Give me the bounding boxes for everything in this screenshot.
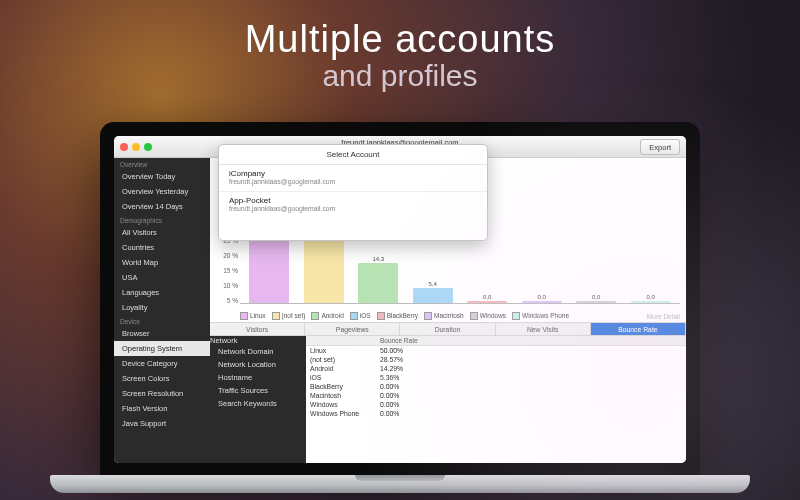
sidebar-item[interactable]: Browser — [114, 326, 210, 341]
sidebar-item[interactable]: Search Keywords — [210, 397, 306, 410]
sidebar-item[interactable]: Overview 14 Days — [114, 199, 210, 214]
sidebar-item[interactable]: All Visitors — [114, 225, 210, 240]
bar: 0,0 — [626, 162, 677, 303]
tabs: VisitorsPageviewsDurationNew VisitsBounc… — [210, 322, 686, 336]
sidebar-item[interactable]: Flash Version — [114, 401, 210, 416]
sidebar-section: Overview — [114, 158, 210, 169]
account-item[interactable]: App-Pocketfreundt.jannklaas@googlemail.c… — [219, 192, 487, 240]
sidebar-item[interactable]: Device Category — [114, 356, 210, 371]
legend-item: iOS — [350, 312, 371, 320]
export-button[interactable]: Export — [640, 139, 680, 155]
legend-item: Windows — [470, 312, 506, 320]
bar: 0,0 — [517, 162, 568, 303]
y-tick: 10 % — [212, 282, 238, 289]
tab[interactable]: New Visits — [496, 323, 591, 335]
y-tick: 20 % — [212, 252, 238, 259]
legend-item: Linux — [240, 312, 266, 320]
legend-item: Android — [311, 312, 343, 320]
more-detail-button[interactable]: More Detail — [647, 313, 680, 320]
tab[interactable]: Bounce Rate — [591, 323, 686, 335]
sidebar-item[interactable]: World Map — [114, 255, 210, 270]
sidebar-item[interactable]: Overview Yesterday — [114, 184, 210, 199]
y-tick: 15 % — [212, 267, 238, 274]
account-popover: Select Account iCompanyfreundt.jannklaas… — [218, 144, 488, 241]
tab[interactable]: Pageviews — [305, 323, 400, 335]
sidebar-item[interactable]: Java Support — [114, 416, 210, 431]
y-tick: 5 % — [212, 297, 238, 304]
sidebar-item[interactable]: Screen Colors — [114, 371, 210, 386]
sidebar: OverviewOverview TodayOverview Yesterday… — [114, 158, 210, 463]
data-table: Bounce Rate Linux50.00%(not set)28.57%An… — [306, 336, 686, 463]
table-row[interactable]: Windows0.00% — [306, 400, 686, 409]
legend-item: BlackBerry — [377, 312, 418, 320]
sidebar-item[interactable]: Loyality — [114, 300, 210, 315]
bar: 0,0 — [571, 162, 622, 303]
table-row[interactable]: iOS5.36% — [306, 373, 686, 382]
hero-subtitle: and profiles — [0, 59, 800, 93]
sidebar-network: NetworkNetwork DomainNetwork LocationHos… — [210, 336, 306, 463]
tab[interactable]: Duration — [400, 323, 495, 335]
tab[interactable]: Visitors — [210, 323, 305, 335]
sidebar-item[interactable]: Overview Today — [114, 169, 210, 184]
sidebar-item[interactable]: Traffic Sources — [210, 384, 306, 397]
sidebar-section: Network — [210, 336, 306, 345]
sidebar-item[interactable]: USA — [114, 270, 210, 285]
popover-title: Select Account — [219, 145, 487, 165]
sidebar-item[interactable]: Operating System — [114, 341, 210, 356]
legend-item: Macintosh — [424, 312, 464, 320]
laptop-base — [50, 475, 750, 493]
table-row[interactable]: Windows Phone0.00% — [306, 409, 686, 418]
legend-item: Windows Phone — [512, 312, 569, 320]
sidebar-item[interactable]: Screen Resolution — [114, 386, 210, 401]
table-row[interactable]: Linux50.00% — [306, 346, 686, 355]
hero-title: Multiple accounts — [0, 18, 800, 61]
app-window: freundt.jannklaas@googlemail.com App-Poc… — [114, 136, 686, 463]
table-row[interactable]: (not set)28.57% — [306, 355, 686, 364]
table-row[interactable]: Android14.29% — [306, 364, 686, 373]
sidebar-item[interactable]: Countries — [114, 240, 210, 255]
table-row[interactable]: Macintosh0.00% — [306, 391, 686, 400]
col-header — [306, 336, 376, 345]
sidebar-section: Device — [114, 315, 210, 326]
sidebar-section: Demographics — [114, 214, 210, 225]
legend-item: (not set) — [272, 312, 306, 320]
sidebar-item[interactable]: Network Domain — [210, 345, 306, 358]
account-item[interactable]: iCompanyfreundt.jannklaas@googlemail.com — [219, 165, 487, 192]
table-row[interactable]: BlackBerry0.00% — [306, 382, 686, 391]
sidebar-item[interactable]: Hostname — [210, 371, 306, 384]
col-header: Bounce Rate — [376, 336, 436, 345]
sidebar-item[interactable]: Languages — [114, 285, 210, 300]
sidebar-item[interactable]: Network Location — [210, 358, 306, 371]
